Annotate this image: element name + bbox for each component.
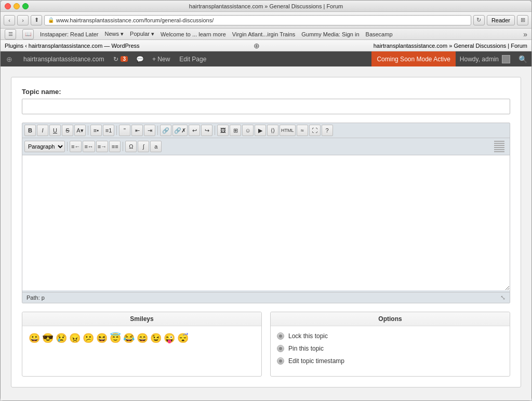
code-button[interactable]: ⟨⟩ (267, 125, 278, 136)
reading-list[interactable]: 📖 (22, 29, 34, 39)
fullscreen-button[interactable]: ⛶ (309, 125, 321, 136)
smiley-5[interactable]: 😕 (83, 332, 94, 344)
font-color-button[interactable]: A▾ (74, 125, 86, 136)
underline-button[interactable]: U (49, 125, 61, 136)
bookmarks-more[interactable]: » (523, 30, 527, 38)
align-left-button[interactable]: ≡← (70, 141, 82, 152)
topic-input[interactable] (22, 99, 510, 114)
editor-drag-handle[interactable] (491, 140, 508, 153)
browser-window: hairtransplantassistance.com » General D… (0, 0, 532, 401)
smiley-11[interactable]: 😜 (164, 332, 175, 344)
smiley-2[interactable]: 😎 (42, 332, 54, 344)
bookmark-instapaper[interactable]: Instapaper: Read Later (40, 31, 99, 37)
editor-textarea[interactable] (22, 155, 510, 290)
indent-button[interactable]: ⇥ (144, 125, 155, 136)
toolbar-separator6 (123, 142, 123, 151)
window-controls (5, 3, 29, 9)
minimize-button[interactable] (14, 3, 20, 9)
paragraph-select[interactable]: Paragraph (24, 141, 65, 152)
wp-coming-soon[interactable]: Coming Soon Mode Active (371, 51, 455, 66)
outdent-button[interactable]: ⇤ (131, 125, 143, 136)
image-button[interactable]: 🖼 (217, 125, 229, 136)
bold-button[interactable]: B (24, 125, 36, 136)
sidebar-toggle[interactable]: ☰ (5, 29, 16, 39)
option-lock-radio[interactable] (277, 332, 284, 340)
wp-logo[interactable]: ⊕ (1, 51, 18, 66)
special-char-button[interactable]: Ω (125, 141, 137, 152)
option-lock[interactable]: Lock this topic (277, 332, 503, 340)
smileys-row: 😀 😎 😢 😠 😕 😆 😇 😂 😄 😉 😜 😴 (29, 332, 255, 344)
bookmark-gummy[interactable]: Gummy Media: Sign in (301, 31, 359, 37)
refresh-button[interactable]: ↻ (473, 15, 485, 25)
smiley-3[interactable]: 😢 (56, 332, 67, 344)
drag-lines (494, 141, 504, 152)
strikethrough-button[interactable]: S (62, 125, 73, 136)
forward-button[interactable]: › (17, 15, 29, 25)
new-tab-button[interactable]: ⊕ (254, 42, 260, 50)
smiley-12[interactable]: 😴 (177, 332, 189, 344)
table-button[interactable]: ⊞ (230, 125, 241, 136)
unlink-button[interactable]: 🔗✗ (172, 125, 188, 136)
back-button[interactable]: ‹ (4, 15, 15, 25)
emoticon-button[interactable]: ☺ (242, 125, 254, 136)
format-button[interactable]: ≈ (297, 125, 308, 136)
superscript-button[interactable]: a (150, 141, 162, 152)
breadcrumb-left: Plugins ‹ hairtransplantassistance.com —… (5, 43, 140, 49)
wp-edit-page[interactable]: Edit Page (174, 51, 211, 66)
undo-button[interactable]: ↩ (189, 125, 200, 136)
align-center-button[interactable]: ≡↔ (83, 141, 95, 152)
redo-button[interactable]: ↪ (201, 125, 212, 136)
smiley-9[interactable]: 😄 (137, 332, 148, 344)
drag-line-4 (494, 147, 504, 148)
wp-site-name[interactable]: hairtransplantassistance.com (18, 51, 109, 66)
smiley-6[interactable]: 😆 (96, 332, 108, 344)
wp-comments[interactable]: 💬 (132, 51, 148, 66)
media-button[interactable]: ▶ (255, 125, 266, 136)
unordered-list-button[interactable]: ≡• (90, 125, 102, 136)
option-pin-radio[interactable] (277, 345, 284, 352)
resize-handle[interactable]: ⤡ (500, 294, 506, 301)
smiley-8[interactable]: 😂 (123, 332, 135, 344)
smiley-7[interactable]: 😇 (110, 332, 121, 344)
help-button[interactable]: ? (322, 125, 333, 136)
bookmark-basecamp[interactable]: Basecamp (366, 31, 393, 37)
option-timestamp[interactable]: Edit topic timestamp (277, 357, 503, 365)
bookmark-popular[interactable]: Popular ▾ (130, 31, 154, 37)
reader-button[interactable]: Reader (487, 15, 515, 25)
italic-button[interactable]: I (37, 125, 48, 136)
wp-search-button[interactable]: 🔍 (514, 51, 531, 66)
wp-updates[interactable]: ↻ 3 (109, 51, 132, 66)
topic-label: Topic name: (22, 88, 510, 96)
path-label: Path: (26, 295, 40, 301)
smiley-1[interactable]: 😀 (29, 332, 40, 344)
address-text: www.hairtransplantassistance.com/forum/g… (56, 17, 214, 23)
smiley-10[interactable]: 😉 (150, 332, 162, 344)
bookmarks-bar: ☰ 📖 Instapaper: Read Later News ▾ Popula… (1, 29, 531, 40)
toolbar-separator5 (67, 142, 68, 151)
link-button[interactable]: 🔗 (160, 125, 171, 136)
bookmark-welcome[interactable]: Welcome to ... learn more (161, 31, 226, 37)
option-lock-label: Lock this topic (288, 332, 328, 340)
maximize-button[interactable] (22, 3, 29, 9)
wp-howdy[interactable]: Howdy, admin (456, 51, 514, 66)
html-button[interactable]: HTML (280, 125, 296, 136)
window-title: hairtransplantassistance.com » General D… (189, 3, 343, 9)
blockquote-button[interactable]: " (119, 125, 130, 136)
comment-icon: 💬 (136, 56, 144, 63)
subscript-button[interactable]: ∫ (138, 141, 149, 152)
ordered-list-button[interactable]: ≡1 (103, 125, 114, 136)
bookmark-news[interactable]: News ▾ (105, 31, 124, 37)
option-timestamp-radio[interactable] (277, 357, 284, 365)
option-pin[interactable]: Pin this topic (277, 345, 503, 352)
extensions-button[interactable]: ⊞ (517, 15, 528, 25)
bookmark-virgin[interactable]: Virgin Atlant...irgin Trains (232, 31, 295, 37)
align-right-button[interactable]: ≡→ (96, 141, 108, 152)
smiley-4[interactable]: 😠 (69, 332, 81, 344)
address-bar[interactable]: 🔒 www.hairtransplantassistance.com/forum… (44, 15, 471, 25)
drag-line-5 (494, 149, 504, 150)
close-button[interactable] (5, 3, 11, 9)
wp-new[interactable]: + New (148, 51, 174, 66)
share-button[interactable]: ⬆ (31, 15, 42, 25)
align-justify-button[interactable]: ≡≡ (109, 141, 121, 152)
option-pin-label: Pin this topic (288, 345, 324, 352)
